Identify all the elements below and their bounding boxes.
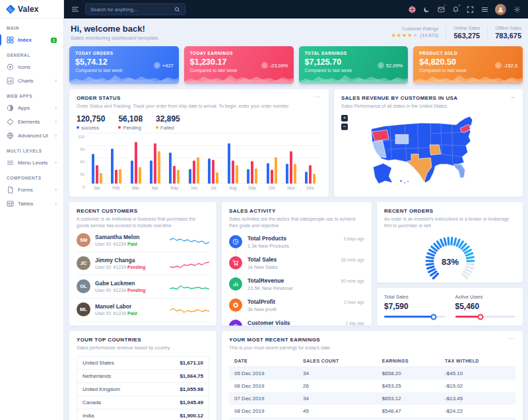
customer-sparkline [170, 304, 209, 316]
earnings-row: 08 Dec 201945$546.47-$24.22 [229, 405, 515, 417]
topbar-icons [408, 4, 521, 15]
trend-badge: ↓-152.3 [495, 62, 517, 69]
panel-options-icon[interactable]: ⋯ [314, 95, 321, 99]
table-header: SALES COUNT [298, 355, 377, 367]
activity-time: 1 hour ago [344, 298, 364, 304]
search-input[interactable] [90, 7, 171, 13]
panel-title: RECENT CUSTOMERS [77, 208, 209, 214]
slider-thumb[interactable] [477, 314, 483, 320]
table-icon [7, 200, 14, 207]
list-menu-icon[interactable] [480, 5, 488, 13]
slider-thumb[interactable] [431, 314, 437, 320]
sidebar-item-forms[interactable]: Forms › [0, 183, 63, 197]
customer-row: SM Samantha Melon User ID: #1234 Paid [77, 229, 209, 252]
panel-minimize-icon[interactable]: – [511, 95, 515, 99]
stat-card-total-earnings: TOTAL EARNINGS $7,125.70 Compared to las… [299, 46, 409, 84]
bar-group-mar: Mar [126, 134, 145, 191]
bar-failed [216, 172, 218, 184]
valex-logo-icon [6, 5, 15, 14]
activity-time: 1 day ago [345, 320, 364, 326]
map-zoom-in-button[interactable]: + [341, 115, 348, 122]
sidebar-toggle-button[interactable] [71, 5, 79, 13]
earnings-row: 09 Dec 201931$425.72-$25.01 [229, 417, 515, 420]
panel-description: Sales activities are the tactics that sa… [229, 216, 364, 229]
messages-dot [444, 4, 446, 7]
card-sparkline [413, 71, 523, 84]
search-icon[interactable] [174, 7, 180, 13]
bar-pending [135, 142, 137, 184]
welcome-row: Hi, welcome back! Sales monitoring dashb… [71, 24, 521, 41]
customer-row: ML Manuel Labor User ID: #1234 Paid [77, 298, 209, 322]
bar-group-aug: Aug [223, 134, 242, 191]
activity-item: Total Sales1k New Sales 35 mins ago [229, 253, 364, 274]
fullscreen-icon[interactable] [466, 5, 474, 13]
notifications-bell-icon[interactable] [451, 5, 459, 13]
legend-dot [77, 126, 79, 129]
bar-failed [139, 167, 141, 184]
usa-map[interactable] [350, 112, 507, 189]
bar-group-apr: Apr [145, 134, 164, 191]
nav-section-label: GENERAL [0, 47, 63, 60]
bar-failed [236, 165, 238, 184]
language-flag-icon[interactable] [408, 5, 416, 13]
panel-description: This is your most recent earnings for to… [229, 345, 515, 351]
messages-icon[interactable] [437, 5, 445, 13]
country-row: Canada$1,045.49 [77, 396, 209, 409]
panel-options-icon[interactable]: ⋯ [508, 337, 515, 341]
sidebar-item-advanced-ui[interactable]: Advanced UI › [0, 129, 63, 143]
sidebar-item-tables[interactable]: Tables › [0, 197, 63, 211]
map-zoom-out-button[interactable]: − [341, 123, 348, 130]
legend-dot [156, 126, 158, 129]
bar-pending [154, 143, 156, 184]
search-box[interactable] [85, 3, 185, 15]
trend-badge: ↑+427 [154, 62, 174, 69]
bar-group-nov: Nov [281, 134, 300, 191]
panel-title: RECENT ORDERS [384, 208, 515, 214]
customer-sparkline [170, 258, 209, 269]
customer-sparkline [170, 234, 209, 246]
cart-icon [229, 256, 242, 269]
main-area: Hi, welcome back! Sales monitoring dashb… [64, 0, 528, 420]
brand-logo[interactable]: Valex [0, 0, 63, 18]
bar-failed [313, 174, 315, 183]
earnings-row: 06 Dec 201926$453.25-$15.02 [229, 380, 515, 392]
activity-time: 50 mins ago [341, 277, 364, 283]
clock-icon [229, 235, 242, 248]
rating-count: (14,873) [420, 32, 439, 38]
slider-active-users: Active Users $5,460 [455, 294, 516, 318]
chevron-right-icon: › [55, 160, 57, 166]
sidebar-item-apps[interactable]: Apps › [0, 101, 63, 115]
panel-title: SALES ACTIVITY [229, 208, 364, 214]
sidebar-item-icons[interactable]: Icons [0, 60, 63, 74]
sidebar-item-index[interactable]: Index 1 [0, 33, 63, 47]
online-sales-stat: Online Sales 563,275 [453, 26, 480, 40]
user-avatar[interactable] [495, 4, 506, 15]
bar-pending [115, 170, 117, 184]
activity-time: 35 mins ago [341, 256, 364, 262]
top-navbar [64, 0, 528, 18]
grid-icon [7, 36, 14, 44]
half-circle-icon [7, 104, 14, 112]
slider-track[interactable] [455, 316, 516, 318]
country-row: Netherlands$1,064.75 [77, 369, 209, 382]
sidebar-item-elements[interactable]: Elements › [0, 115, 63, 129]
customer-ratings: Customer Ratings ★★★★★(14,873) [391, 26, 439, 38]
bar-group-oct: Oct [262, 134, 281, 191]
page-title: Hi, welcome back! [71, 24, 160, 34]
eye-icon [229, 320, 242, 326]
stat-cards-row: TODAY ORDERS $5,74.12 Compared to last w… [69, 46, 523, 84]
valex-dashboard: Valex MAIN Index 1 GENERAL Icons Charts … [0, 0, 528, 420]
sidebar-item-charts[interactable]: Charts › [0, 74, 63, 88]
customers-list: SM Samantha Melon User ID: #1234 Paid JC… [77, 229, 209, 326]
country-row: United Kingdom$1,055.98 [77, 382, 209, 396]
arrow-up-icon: ↑ [378, 62, 384, 69]
settings-gear-icon[interactable] [513, 5, 521, 13]
slider-track[interactable] [384, 316, 445, 318]
sidebar-item-menu-levels[interactable]: Menu Levels › [0, 156, 63, 170]
offline-sales-stat: Offline Sales 783,675 [495, 26, 521, 40]
table-header: DATE [229, 355, 298, 367]
country-row: India$1,900.12 [77, 409, 209, 420]
card-sparkline [69, 71, 179, 84]
dark-mode-moon-icon[interactable] [422, 5, 430, 13]
usa-map-panel: SALES REVENUE BY CUSTOMERS IN USA – Sale… [334, 89, 523, 197]
